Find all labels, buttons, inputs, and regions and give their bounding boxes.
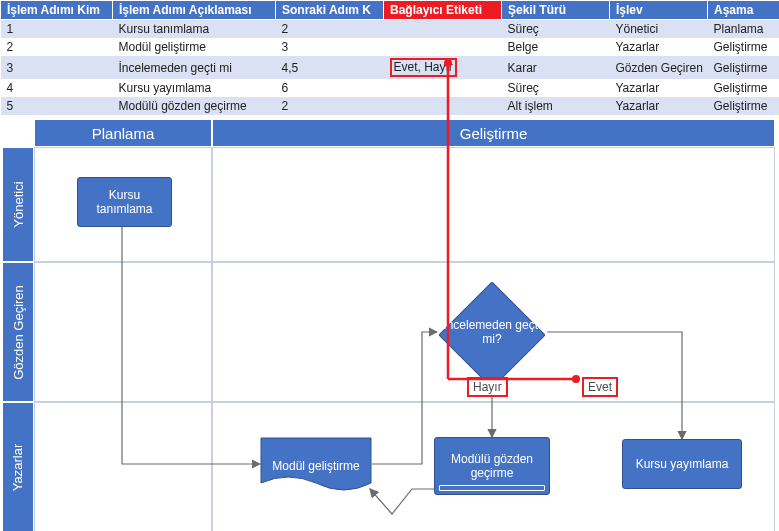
cell-shape: Süreç [502,20,610,39]
shape-label: Modül geliştirme [272,459,359,473]
cell-conn [384,97,502,115]
shape-label: Modülü gözden geçirme [439,452,545,481]
shape-modul-gozden: Modülü gözden geçirme [434,437,550,495]
cell-desc: Kursu yayımlama [113,79,276,97]
col-step-id: İşlem Adımı Kim [1,1,113,20]
col-phase: Aşama [708,1,780,20]
cell-desc: Kursu tanımlama [113,20,276,39]
label-hayir: Hayır [467,377,508,397]
cell-next: 3 [276,38,384,56]
table-row: 1 Kursu tanımlama 2 Süreç Yönetici Planl… [1,20,780,39]
shape-modul-gelistirme: Modül geliştirme [260,437,372,495]
cell-phase: Geliştirme [708,56,780,79]
col-next-step: Sonraki Adım K [276,1,384,20]
cell-conn: Evet, Hayır [384,56,502,79]
cell-desc: Modülü gözden geçirme [113,97,276,115]
cell-conn [384,38,502,56]
col-connector-label: Bağlayıcı Etiketi [384,1,502,20]
cell-func: Yazarlar [610,38,708,56]
label-evet: Evet [582,377,618,397]
table-row: 3 İncelemeden geçti mi 4,5 Evet, Hayır K… [1,56,780,79]
shape-label: İncelemeden geçti mi? [441,318,543,347]
shape-inceleme-decision: İncelemeden geçti mi? [437,292,547,372]
cell-desc: Modül geliştirme [113,38,276,56]
cell-shape: Karar [502,56,610,79]
cell-func: Yazarlar [610,97,708,115]
table-row: 2 Modül geliştirme 3 Belge Yazarlar Geli… [1,38,780,56]
table-row: 4 Kursu yayımlama 6 Süreç Yazarlar Geliş… [1,79,780,97]
swimlane-diagram: Planlama Geliştirme Yönetici Gözden Geçi… [2,119,777,531]
shape-kursu-yayimla: Kursu yayımlama [622,439,742,489]
table-row: 5 Modülü gözden geçirme 2 Alt işlem Yaza… [1,97,780,115]
cell-id: 1 [1,20,113,39]
cell-shape: Süreç [502,79,610,97]
cell-shape: Alt işlem [502,97,610,115]
cell-id: 3 [1,56,113,79]
col-function: İşlev [610,1,708,20]
cell-func: Gözden Geçiren [610,56,708,79]
cell-conn [384,20,502,39]
cell-id: 5 [1,97,113,115]
cell-phase: Geliştirme [708,97,780,115]
cell-func: Yazarlar [610,79,708,97]
cell-next: 4,5 [276,56,384,79]
cell-id: 2 [1,38,113,56]
shape-kursu-tanimla: Kursu tanımlama [77,177,172,227]
cell-phase: Geliştirme [708,79,780,97]
cell-conn [384,79,502,97]
cell-func: Yönetici [610,20,708,39]
cell-phase: Geliştirme [708,38,780,56]
cell-id: 4 [1,79,113,97]
col-shape-type: Şekil Türü [502,1,610,20]
cell-shape: Belge [502,38,610,56]
cell-next: 6 [276,79,384,97]
cell-phase: Planlama [708,20,780,39]
cell-desc: İncelemeden geçti mi [113,56,276,79]
cell-next: 2 [276,97,384,115]
process-table: İşlem Adımı Kim İşlem Adımı Açıklaması S… [0,0,779,115]
subprocess-bar-icon [439,485,545,491]
connector-label-highlight: Evet, Hayır [390,58,457,77]
cell-next: 2 [276,20,384,39]
col-step-desc: İşlem Adımı Açıklaması [113,1,276,20]
